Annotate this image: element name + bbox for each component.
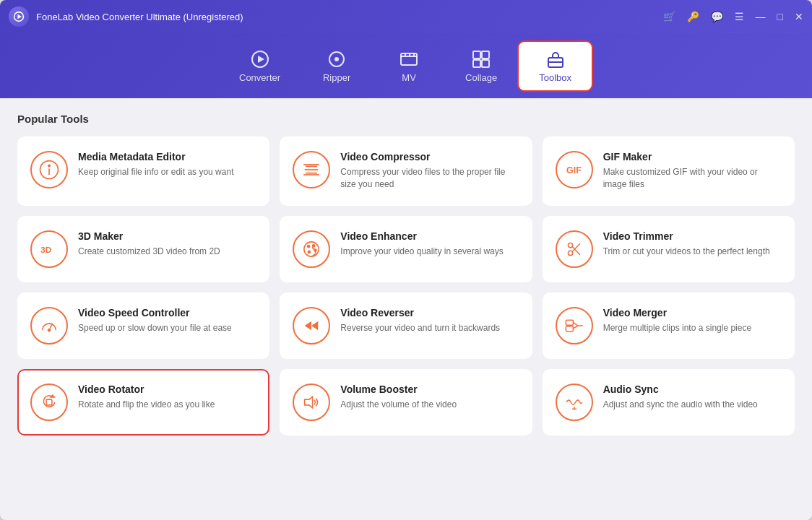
maximize-icon[interactable]: □ (777, 11, 783, 22)
tool-desc-video-enhancer: Improve your video quality in several wa… (340, 246, 519, 258)
svg-rect-41 (566, 326, 573, 332)
tool-icon-video-enhancer (293, 230, 330, 268)
svg-point-28 (308, 245, 310, 247)
tool-info-gif-maker: GIF MakerMake customized GIF with your v… (603, 151, 782, 191)
tool-info-video-merger: Video MergerMerge multiple clips into a … (603, 307, 782, 334)
tool-desc-video-trimmer: Trim or cut your videos to the perfect l… (603, 246, 782, 258)
tool-card-volume-booster[interactable]: Volume BoosterAdjust the volume of the v… (280, 369, 532, 436)
svg-point-32 (568, 243, 572, 247)
tool-info-volume-booster: Volume BoosterAdjust the volume of the v… (340, 384, 519, 411)
tool-card-gif-maker[interactable]: GIF GIF MakerMake customized GIF with yo… (543, 136, 795, 206)
tool-desc-media-metadata-editor: Keep original file info or edit as you w… (78, 166, 256, 178)
svg-point-29 (313, 245, 315, 247)
tool-card-video-reverser[interactable]: Video ReverserReverse your video and tur… (280, 292, 532, 359)
svg-rect-11 (473, 51, 480, 58)
svg-text:GIF: GIF (566, 165, 582, 176)
tool-info-media-metadata-editor: Media Metadata EditorKeep original file … (78, 151, 256, 178)
svg-line-42 (573, 322, 577, 326)
tool-icon-video-trimmer (556, 230, 593, 268)
tool-card-video-merger[interactable]: Video MergerMerge multiple clips into a … (543, 292, 795, 359)
tool-info-video-reverser: Video ReverserReverse your video and tur… (340, 307, 519, 334)
tool-name-video-compressor: Video Compressor (340, 151, 519, 162)
tool-info-3d-maker: 3D MakerCreate customized 3D video from … (78, 230, 256, 258)
svg-rect-12 (482, 51, 489, 58)
tool-desc-video-reverser: Reverse your video and turn it backwards (340, 322, 519, 334)
svg-point-5 (334, 57, 339, 61)
tool-info-video-enhancer: Video EnhancerImprove your video quality… (340, 230, 519, 258)
tool-desc-volume-booster: Adjust the volume of the video (340, 399, 519, 411)
key-icon[interactable]: 🔑 (687, 11, 699, 22)
tool-card-audio-sync[interactable]: Audio SyncAdjust and sync the audio with… (543, 369, 795, 436)
tool-name-3d-maker: 3D Maker (78, 230, 256, 242)
tool-name-media-metadata-editor: Media Metadata Editor (78, 151, 256, 162)
svg-marker-1 (17, 14, 22, 19)
svg-point-33 (568, 251, 572, 255)
tool-desc-video-compressor: Compress your video files to the proper … (340, 166, 519, 191)
tool-name-video-reverser: Video Reverser (340, 307, 519, 318)
nav-bar: Converter Ripper MV (0, 33, 812, 98)
tool-card-video-rotator[interactable]: Video RotatorRotate and flip the video a… (17, 369, 269, 436)
cart-icon[interactable]: 🛒 (663, 11, 675, 22)
tool-name-video-speed-controller: Video Speed Controller (78, 307, 256, 318)
nav-label-mv: MV (402, 72, 416, 83)
tools-grid: Media Metadata EditorKeep original file … (17, 136, 795, 436)
menu-icon[interactable]: ☰ (735, 11, 744, 22)
tool-name-video-rotator: Video Rotator (78, 384, 256, 395)
app-window: FoneLab Video Converter Ultimate (Unregi… (0, 0, 812, 520)
main-content: Popular Tools Media Metadata EditorKeep … (0, 98, 812, 520)
chat-icon[interactable]: 💬 (711, 11, 723, 22)
tool-info-audio-sync: Audio SyncAdjust and sync the audio with… (603, 384, 782, 411)
tool-name-video-trimmer: Video Trimmer (603, 230, 782, 242)
svg-rect-46 (46, 399, 52, 405)
svg-rect-14 (482, 60, 489, 67)
nav-label-converter: Converter (239, 72, 280, 83)
svg-rect-40 (566, 320, 573, 325)
tool-icon-media-metadata-editor (30, 151, 68, 188)
tool-card-media-metadata-editor[interactable]: Media Metadata EditorKeep original file … (17, 136, 269, 206)
tool-desc-video-speed-controller: Speed up or slow down your file at ease (78, 322, 256, 334)
tool-card-video-enhancer[interactable]: Video EnhancerImprove your video quality… (280, 216, 532, 282)
tool-name-volume-booster: Volume Booster (340, 384, 519, 395)
tool-desc-audio-sync: Adjust and sync the audio with the video (603, 399, 782, 411)
tool-name-video-enhancer: Video Enhancer (340, 230, 519, 242)
close-icon[interactable]: ✕ (795, 11, 803, 22)
app-logo (9, 6, 29, 27)
svg-point-19 (48, 165, 50, 166)
tool-desc-gif-maker: Make customized GIF with your video or i… (603, 166, 782, 191)
tool-icon-audio-sync (556, 384, 593, 421)
tool-card-video-trimmer[interactable]: Video TrimmerTrim or cut your videos to … (543, 216, 795, 282)
svg-rect-13 (473, 60, 480, 67)
nav-item-converter[interactable]: Converter (219, 42, 301, 90)
tool-icon-gif-maker: GIF (556, 151, 593, 188)
tool-name-video-merger: Video Merger (603, 307, 782, 318)
nav-label-collage: Collage (465, 72, 497, 83)
svg-point-31 (308, 251, 311, 253)
tool-info-video-speed-controller: Video Speed ControllerSpeed up or slow d… (78, 307, 256, 334)
nav-item-collage[interactable]: Collage (445, 42, 517, 90)
nav-label-ripper: Ripper (323, 72, 350, 83)
svg-marker-3 (258, 56, 264, 63)
tool-name-audio-sync: Audio Sync (603, 384, 782, 395)
tool-icon-video-compressor (293, 151, 330, 188)
nav-label-toolbox: Toolbox (539, 72, 571, 83)
nav-item-toolbox[interactable]: Toolbox (517, 40, 593, 92)
svg-marker-38 (305, 321, 311, 330)
tool-desc-3d-maker: Create customized 3D video from 2D (78, 246, 256, 258)
nav-item-ripper[interactable]: Ripper (301, 42, 373, 90)
tool-desc-video-merger: Merge multiple clips into a single piece (603, 322, 782, 334)
tool-info-video-trimmer: Video TrimmerTrim or cut your videos to … (603, 230, 782, 258)
tool-icon-3d-maker: 3D (30, 230, 68, 268)
svg-line-43 (573, 326, 577, 329)
minimize-icon[interactable]: — (756, 11, 766, 22)
tool-info-video-rotator: Video RotatorRotate and flip the video a… (78, 384, 256, 411)
tool-card-3d-maker[interactable]: 3D 3D MakerCreate customized 3D video fr… (17, 216, 269, 282)
nav-item-mv[interactable]: MV (373, 42, 445, 90)
tool-icon-video-reverser (293, 307, 330, 344)
tool-icon-video-speed-controller (30, 307, 68, 344)
tool-name-gif-maker: GIF Maker (603, 151, 782, 162)
tool-card-video-speed-controller[interactable]: Video Speed ControllerSpeed up or slow d… (17, 292, 269, 359)
tool-icon-video-rotator (30, 384, 68, 421)
tool-desc-video-rotator: Rotate and flip the video as you like (78, 399, 256, 411)
tool-card-video-compressor[interactable]: Video CompressorCompress your video file… (280, 136, 532, 206)
title-bar: FoneLab Video Converter Ultimate (Unregi… (0, 0, 812, 33)
